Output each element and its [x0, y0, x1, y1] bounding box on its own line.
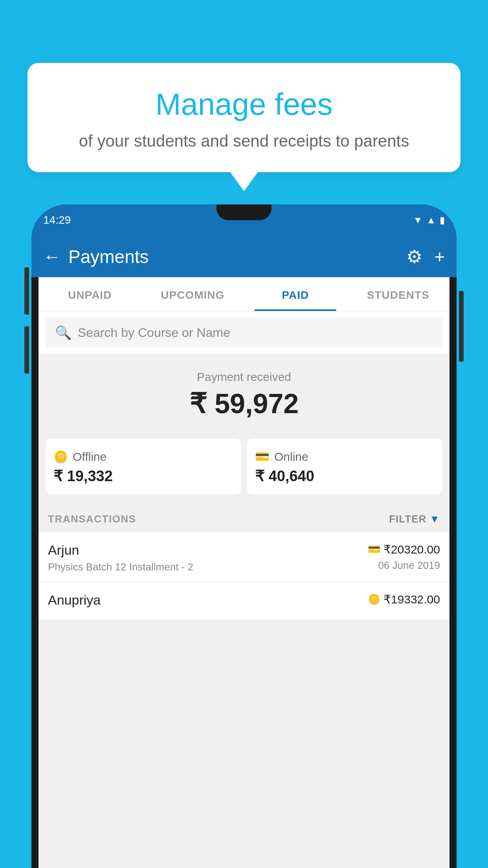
payment-cards: 🪙 Offline ₹ 19,332 💳 Online ₹ 40,640 [39, 439, 449, 504]
table-row: Anupriya 🪙 ₹19332.00 [39, 582, 449, 620]
transaction-amount-1: ₹19332.00 [383, 592, 440, 606]
search-container: 🔍 Search by Course or Name [39, 311, 449, 354]
wifi-icon: ▼ [413, 215, 422, 226]
tabs-bar: UNPAID UPCOMING PAID STUDENTS [39, 277, 449, 311]
tab-students[interactable]: STUDENTS [347, 277, 450, 311]
tab-unpaid[interactable]: UNPAID [39, 277, 141, 311]
transaction-right-1: 🪙 ₹19332.00 [368, 592, 440, 609]
tab-paid[interactable]: PAID [244, 277, 347, 311]
transaction-name-1: Anupriya [48, 592, 368, 608]
search-input[interactable]: Search by Course or Name [78, 326, 230, 340]
transaction-type-icon-0: 💳 [368, 543, 380, 555]
speech-bubble: Manage fees of your students and send re… [28, 63, 460, 172]
online-amount: ₹ 40,640 [255, 467, 314, 485]
phone-screen: UNPAID UPCOMING PAID STUDENTS 🔍 Search b… [39, 277, 449, 868]
transaction-left-1: Anupriya [48, 592, 368, 611]
offline-amount: ₹ 19,332 [53, 467, 113, 485]
settings-button[interactable]: ⚙ [406, 246, 422, 267]
phone-notch [216, 204, 272, 220]
status-icons: ▼ ▲ ▮ [413, 215, 445, 226]
bubble-subtitle: of your students and send receipts to pa… [47, 132, 441, 151]
app-bar-left: ← Payments [43, 246, 149, 267]
app-bar-right: ⚙ + [406, 246, 445, 267]
filter-icon: ▼ [429, 513, 440, 525]
offline-icon: 🪙 [53, 450, 68, 463]
online-payment-card: 💳 Online ₹ 40,640 [247, 439, 442, 494]
transactions-label: TRANSACTIONS [48, 513, 136, 525]
transaction-detail-0: Physics Batch 12 Installment - 2 [48, 561, 368, 573]
search-box[interactable]: 🔍 Search by Course or Name [46, 318, 442, 348]
transaction-right-0: 💳 ₹20320.00 06 June 2019 [368, 542, 440, 572]
app-title: Payments [68, 246, 149, 267]
phone-side-button-power [459, 291, 464, 362]
summary-amount: ₹ 59,972 [46, 388, 442, 420]
transaction-left-0: Arjun Physics Batch 12 Installment - 2 [48, 542, 368, 573]
search-icon: 🔍 [55, 325, 72, 340]
summary-section: Payment received ₹ 59,972 [39, 355, 449, 439]
transaction-date-0: 06 June 2019 [368, 559, 440, 572]
filter-button[interactable]: FILTER ▼ [389, 513, 440, 525]
phone-frame: 14:29 ▼ ▲ ▮ ← Payments ⚙ + UNPAID UPCOMI… [31, 204, 457, 868]
transaction-list: Arjun Physics Batch 12 Installment - 2 💳… [39, 532, 449, 620]
phone-side-button-vol-down [24, 326, 29, 373]
battery-icon: ▮ [440, 215, 445, 226]
transaction-amount-row-0: 💳 ₹20320.00 [368, 542, 440, 556]
tab-upcoming[interactable]: UPCOMING [141, 277, 244, 311]
offline-card-header: 🪙 Offline [53, 450, 106, 463]
online-label: Online [274, 450, 308, 463]
transaction-amount-row-1: 🪙 ₹19332.00 [368, 592, 440, 606]
transaction-name-0: Arjun [48, 542, 368, 558]
offline-payment-card: 🪙 Offline ₹ 19,332 [46, 439, 241, 494]
table-row: Arjun Physics Batch 12 Installment - 2 💳… [39, 532, 449, 582]
online-icon: 💳 [255, 450, 270, 463]
transaction-amount-0: ₹20320.00 [383, 542, 440, 556]
transaction-type-icon-1: 🪙 [368, 593, 380, 605]
status-time: 14:29 [43, 214, 71, 226]
filter-label: FILTER [389, 513, 426, 525]
bubble-title: Manage fees [47, 86, 441, 122]
summary-label: Payment received [46, 370, 442, 384]
add-button[interactable]: + [434, 246, 445, 267]
transactions-header: TRANSACTIONS FILTER ▼ [39, 504, 449, 532]
status-bar: 14:29 ▼ ▲ ▮ [31, 204, 457, 236]
app-bar: ← Payments ⚙ + [31, 236, 457, 277]
offline-label: Offline [73, 450, 106, 463]
signal-icon: ▲ [426, 215, 436, 226]
online-card-header: 💳 Online [255, 450, 308, 463]
back-button[interactable]: ← [43, 247, 61, 267]
phone-side-button-vol-up [24, 267, 29, 314]
